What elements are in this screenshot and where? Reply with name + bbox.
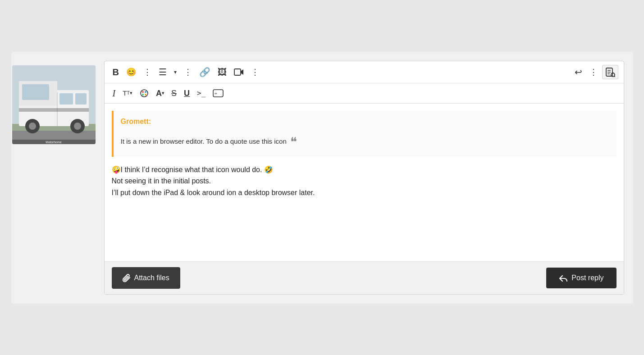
svg-text:⌨: ⌨ [215, 91, 217, 96]
more-menu-2-button[interactable]: ⋮ [181, 66, 195, 78]
quote-block: Gromett: It is a new in browser editor. … [112, 111, 617, 157]
svg-rect-7 [75, 93, 87, 105]
svg-rect-13 [19, 108, 89, 112]
list-dropdown-button[interactable]: ▾ [171, 68, 179, 77]
avatar-section: Motorhome [11, 61, 97, 144]
quote-text: It is a new in browser editor. To do a q… [121, 132, 609, 151]
code-block-button[interactable]: >_ [194, 88, 208, 99]
link-button[interactable]: 🔗 [196, 66, 213, 78]
toolbar-row1: B 😊 ⋮ ☰ ▾ ⋮ 🔗 🖼 ⋮ ↩ ⋮ [105, 61, 624, 83]
svg-point-18 [611, 73, 615, 77]
page-container: Motorhome B 😊 ⋮ ☰ ▾ ⋮ 🔗 🖼 ⋮ ↩ ⋮ [11, 52, 633, 304]
image-button[interactable]: 🖼 [215, 66, 229, 78]
strikethrough-button[interactable]: S [169, 87, 179, 99]
inline-code-button[interactable]: ⌨ [210, 87, 226, 99]
svg-point-27 [145, 94, 146, 96]
editor-section: B 😊 ⋮ ☰ ▾ ⋮ 🔗 🖼 ⋮ ↩ ⋮ [104, 61, 624, 295]
svg-point-26 [142, 94, 144, 96]
quote-content: It is a new in browser editor. To do a q… [121, 137, 287, 147]
more-menu-1-button[interactable]: ⋮ [141, 66, 154, 78]
text-size-button[interactable]: TT▾ [120, 88, 135, 98]
post-reply-label: Post reply [571, 274, 603, 282]
editor-content-area[interactable]: Gromett: It is a new in browser editor. … [105, 104, 624, 261]
footer-row: Attach files Post reply [105, 261, 624, 294]
more-menu-4-button[interactable]: ⋮ [587, 66, 600, 78]
svg-point-24 [142, 91, 144, 93]
reply-line-3: I’ll put down the iPad & look around ion… [112, 187, 617, 199]
svg-point-25 [145, 91, 146, 93]
svg-point-9 [29, 123, 36, 130]
italic-button[interactable]: I [110, 87, 119, 100]
paperclip-icon [123, 273, 131, 282]
reply-line-2: Not seeing it in the initial posts. [112, 175, 617, 187]
undo-button[interactable]: ↩ [572, 66, 585, 78]
list-button[interactable]: ☰ [156, 66, 169, 78]
svg-text:Motorhome: Motorhome [46, 141, 62, 144]
emoji-button[interactable]: 😊 [123, 66, 139, 78]
post-reply-button[interactable]: Post reply [546, 268, 616, 288]
underline-button[interactable]: U [181, 87, 192, 99]
attach-files-label: Attach files [134, 274, 169, 282]
palette-button[interactable] [137, 87, 151, 100]
reply-line-1: 🤪I think I’d recognise what that icon wo… [112, 164, 617, 176]
quote-author: Gromett: [121, 116, 609, 127]
attach-files-button[interactable]: Attach files [112, 267, 180, 289]
svg-point-28 [144, 92, 145, 94]
video-button[interactable] [231, 66, 247, 78]
svg-rect-5 [22, 84, 49, 100]
avatar: Motorhome [12, 65, 96, 144]
reply-text-block: 🤪I think I’d recognise what that icon wo… [112, 164, 617, 199]
svg-rect-16 [234, 69, 241, 75]
font-color-button[interactable]: A▾ [153, 87, 167, 99]
search-doc-button[interactable] [602, 65, 618, 79]
bold-button[interactable]: B [110, 66, 122, 78]
reply-icon [559, 274, 568, 282]
quote-icon: ❝ [290, 132, 297, 151]
svg-rect-6 [59, 93, 73, 105]
svg-line-19 [614, 76, 615, 77]
more-menu-3-button[interactable]: ⋮ [248, 66, 262, 78]
toolbar-row2: I TT▾ A▾ S U >_ [105, 83, 624, 104]
svg-point-11 [74, 123, 81, 130]
